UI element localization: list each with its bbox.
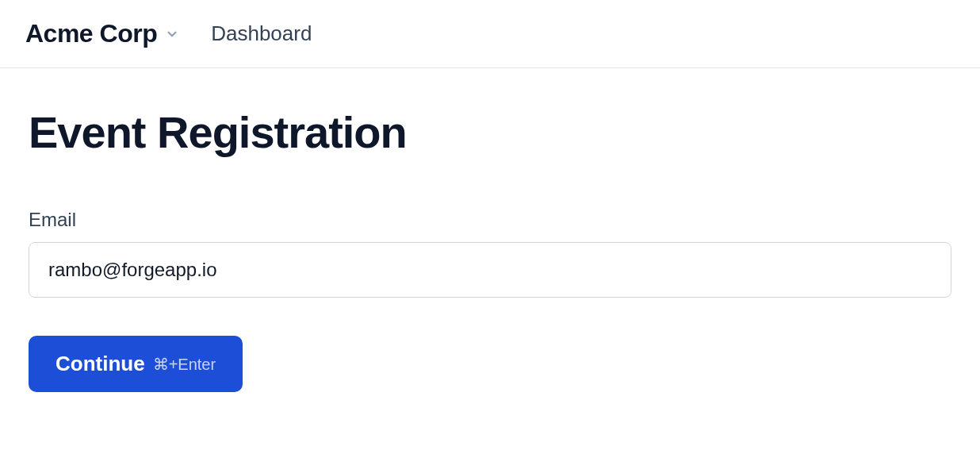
- topbar: Acme Corp Dashboard: [0, 0, 980, 68]
- main-content: Event Registration Email Continue ⌘+Ente…: [0, 68, 980, 430]
- continue-button-hint: ⌘+Enter: [153, 355, 216, 374]
- email-label: Email: [29, 209, 951, 231]
- chevron-down-icon: [165, 27, 179, 41]
- continue-button[interactable]: Continue ⌘+Enter: [29, 336, 243, 392]
- org-name: Acme Corp: [25, 19, 157, 48]
- email-form-group: Email: [29, 209, 951, 298]
- email-input[interactable]: [29, 242, 951, 298]
- continue-button-label: Continue: [56, 352, 145, 376]
- org-selector[interactable]: Acme Corp: [25, 19, 179, 48]
- nav-dashboard[interactable]: Dashboard: [211, 21, 312, 46]
- page-title: Event Registration: [29, 106, 951, 158]
